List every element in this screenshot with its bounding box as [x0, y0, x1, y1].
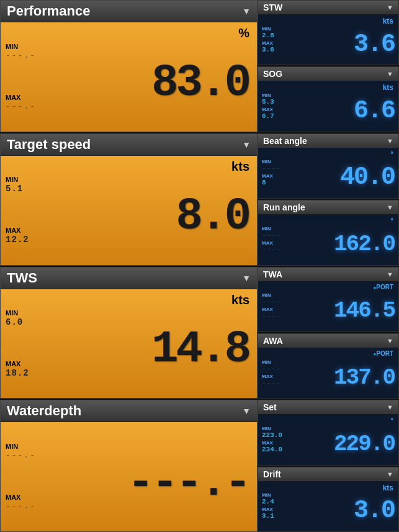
awa-header[interactable]: AWA▼	[258, 334, 398, 348]
performance-title: Performance	[7, 3, 91, 19]
performance-dropdown-arrow[interactable]: ▼	[242, 6, 251, 16]
beat-angle-minmax: MIN----MAX8	[262, 159, 296, 186]
twa-header[interactable]: TWA▼	[258, 268, 398, 281]
beat-angle-main-section: 40.0	[296, 155, 395, 190]
right-widget-run-angle[interactable]: Run angle▼°MIN----MAX----162.0	[258, 200, 399, 265]
awa-port-label: ●PORT	[373, 350, 393, 357]
sog-header[interactable]: SOG▼	[258, 67, 398, 81]
awa-dropdown-arrow[interactable]: ▼	[387, 337, 393, 345]
left-widget-tws[interactable]: TWS▼ktsMIN6.0MAX18.214.8	[0, 267, 258, 399]
twa-min-row: MIN----	[262, 292, 296, 305]
beat-angle-min-row: MIN----	[262, 159, 296, 172]
run-angle-body: °MIN----MAX----162.0	[258, 214, 398, 264]
tws-unit: kts	[231, 293, 249, 307]
waterdepth-header[interactable]: Waterdepth▼	[1, 400, 257, 422]
set-max-value: 234.0	[262, 446, 296, 453]
tws-header[interactable]: TWS▼	[1, 268, 257, 289]
performance-max-row: MAX---.-	[6, 94, 55, 111]
stw-max-row: MAX3.6	[262, 40, 296, 53]
run-angle-title: Run angle	[263, 202, 305, 212]
twa-max-label: MAX	[262, 307, 296, 312]
waterdepth-min-value: ---.-	[6, 451, 55, 460]
waterdepth-main-section: ---.-	[55, 426, 252, 528]
drift-min-row: MIN2.4	[262, 492, 296, 505]
performance-minmax: MIN---.-MAX---.-	[6, 26, 55, 128]
right-widget-awa[interactable]: AWA▼●PORTMIN----MAX----137.0	[258, 333, 399, 399]
right-widget-twa[interactable]: TWA▼●PORTMIN----MAX----146.5	[258, 267, 399, 332]
twa-dropdown-arrow[interactable]: ▼	[387, 271, 393, 278]
run-angle-max-label: MAX	[262, 240, 296, 246]
left-widget-performance[interactable]: Performance▼%MIN---.-MAX---.-83.0	[0, 0, 258, 132]
waterdepth-min-row: MIN---.-	[6, 443, 55, 460]
set-title: Set	[263, 402, 277, 412]
awa-title: AWA	[263, 336, 283, 346]
performance-max-label: MAX	[6, 94, 55, 101]
right-widget-stw[interactable]: STW▼ktsMIN2.8MAX3.63.6	[258, 0, 399, 65]
sog-dropdown-arrow[interactable]: ▼	[387, 70, 393, 78]
left-widget-target-speed[interactable]: Target speed▼ktsMIN5.1MAX12.28.0	[0, 133, 258, 266]
stw-main-section: 3.6	[296, 22, 395, 57]
set-header[interactable]: Set▼	[258, 400, 398, 414]
stw-header[interactable]: STW▼	[258, 1, 398, 14]
performance-min-row: MIN---.-	[6, 43, 55, 60]
drift-min-value: 2.4	[262, 498, 296, 505]
stw-dropdown-arrow[interactable]: ▼	[387, 4, 393, 11]
performance-min-label: MIN	[6, 43, 55, 50]
performance-main-section: 83.0	[55, 26, 252, 128]
drift-dropdown-arrow[interactable]: ▼	[387, 471, 393, 478]
target-speed-max-row: MAX12.2	[6, 227, 55, 245]
beat-angle-max-row: MAX8	[262, 173, 296, 186]
target-speed-header[interactable]: Target speed▼	[1, 134, 257, 156]
target-speed-body: ktsMIN5.1MAX12.28.0	[1, 156, 257, 265]
set-body: °MIN223.0MAX234.0229.0	[258, 414, 398, 464]
waterdepth-max-row: MAX---.-	[6, 494, 55, 511]
set-min-value: 223.0	[262, 431, 296, 439]
awa-main-section: 137.0	[296, 357, 395, 389]
drift-header[interactable]: Drift▼	[258, 467, 398, 481]
tws-title: TWS	[7, 270, 37, 286]
run-angle-main-value: 162.0	[334, 233, 395, 256]
tws-min-label: MIN	[6, 309, 55, 317]
right-widget-sog[interactable]: SOG▼ktsMIN5.3MAX6.76.6	[258, 66, 399, 132]
tws-dropdown-arrow[interactable]: ▼	[242, 273, 251, 283]
set-main-section: 229.0	[296, 423, 395, 456]
sog-main-value: 6.6	[354, 99, 395, 124]
waterdepth-dropdown-arrow[interactable]: ▼	[242, 406, 251, 416]
stw-min-label: MIN	[262, 26, 296, 32]
drift-max-row: MAX3.1	[262, 507, 296, 520]
tws-max-value: 18.2	[6, 368, 55, 378]
run-angle-dropdown-arrow[interactable]: ▼	[387, 204, 393, 211]
sog-title: SOG	[263, 69, 282, 79]
sog-max-row: MAX6.7	[262, 107, 296, 120]
twa-min-label: MIN	[262, 292, 296, 298]
right-widget-drift[interactable]: Drift▼ktsMIN2.4MAX3.13.0	[258, 467, 399, 532]
beat-angle-header[interactable]: Beat angle▼	[258, 134, 398, 148]
drift-max-label: MAX	[262, 507, 296, 512]
tws-max-label: MAX	[6, 360, 55, 367]
performance-header[interactable]: Performance▼	[1, 1, 257, 22]
set-min-row: MIN223.0	[262, 426, 296, 439]
set-dropdown-arrow[interactable]: ▼	[387, 404, 393, 411]
right-widget-beat-angle[interactable]: Beat angle▼°MIN----MAX840.0	[258, 133, 399, 199]
stw-minmax: MIN2.8MAX3.6	[262, 26, 296, 53]
set-main-value: 229.0	[334, 433, 395, 456]
waterdepth-body: MIN---.-MAX---.----.-	[1, 422, 257, 531]
right-widget-set[interactable]: Set▼°MIN223.0MAX234.0229.0	[258, 400, 399, 465]
performance-unit: %	[238, 26, 249, 40]
sog-main-section: 6.6	[296, 89, 395, 124]
waterdepth-min-label: MIN	[6, 443, 55, 450]
sog-min-label: MIN	[262, 92, 296, 98]
twa-max-value: ----	[262, 312, 296, 320]
target-speed-dropdown-arrow[interactable]: ▼	[242, 140, 251, 150]
waterdepth-max-label: MAX	[6, 494, 55, 501]
target-speed-title: Target speed	[7, 137, 91, 153]
beat-angle-dropdown-arrow[interactable]: ▼	[387, 137, 393, 145]
beat-angle-min-value: ----	[262, 165, 296, 172]
awa-max-row: MAX----	[262, 374, 296, 387]
run-angle-header[interactable]: Run angle▼	[258, 201, 398, 214]
stw-min-value: 2.8	[262, 32, 296, 39]
tws-min-value: 6.0	[6, 317, 55, 327]
tws-max-row: MAX18.2	[6, 360, 55, 378]
drift-main-value: 3.0	[354, 498, 395, 523]
left-widget-waterdepth[interactable]: Waterdepth▼MIN---.-MAX---.----.-	[0, 400, 258, 532]
